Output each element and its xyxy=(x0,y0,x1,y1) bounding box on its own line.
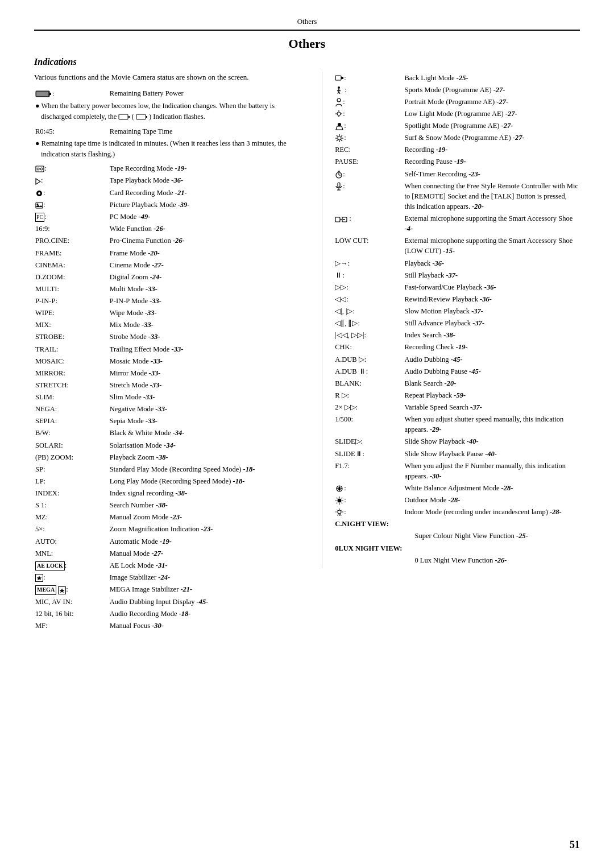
table-row: PRO.CINE: Pro-Cinema Function -26- xyxy=(34,235,305,247)
svg-rect-2 xyxy=(49,93,51,95)
desc-cell: Outdoor Mode -28- xyxy=(403,494,580,506)
right-items-table: : Back Light Mode -25- xyxy=(334,72,580,566)
symbol-cell xyxy=(334,530,403,542)
svg-line-70 xyxy=(342,510,343,511)
symbol-cell: R ▷: xyxy=(334,389,403,401)
symbol-cell: SOLARI: xyxy=(34,439,109,451)
desc-cell: Still Playback -37- xyxy=(403,269,580,281)
table-row: WIPE: Wipe Mode -33- xyxy=(34,307,305,319)
symbol-cell: LOW CUT: xyxy=(334,235,403,257)
desc-cell: Negative Mode -33- xyxy=(109,403,305,415)
symbol-cell: B/W: xyxy=(34,427,109,439)
svg-point-28 xyxy=(337,98,341,102)
bullet-cell: ● Remaining tape time is indicated in mi… xyxy=(34,137,305,163)
desc-cell: Super Colour Night View Function -25- xyxy=(403,530,580,542)
desc-cell: Trailing Effect Mode -33- xyxy=(109,343,305,355)
desc-cell: Slow Motion Playback -37- xyxy=(403,305,580,317)
table-row: : Back Light Mode -25- xyxy=(334,72,580,84)
desc-cell: Tape Playback Mode -36- xyxy=(109,175,305,187)
symbol-cell: : xyxy=(34,175,109,187)
page-header: Others xyxy=(34,17,580,31)
desc-cell: Remaining Tape Time xyxy=(109,125,305,137)
symbol-cell: TRAIL: xyxy=(34,343,109,355)
desc-cell: Fast-forward/Cue Playback -36- xyxy=(403,281,580,293)
table-row: AE LOCK: AE Lock Mode -31- xyxy=(34,559,305,572)
table-row: REC: Recording -19- xyxy=(334,144,580,156)
table-row: SP: Standard Play Mode (Recording Speed … xyxy=(34,463,305,475)
svg-marker-16 xyxy=(36,205,43,207)
symbol-cell: WIPE: xyxy=(34,307,109,319)
symbol-cell: : xyxy=(34,88,109,100)
table-row: : White Balance Adjustment Mode -28- xyxy=(334,482,580,494)
table-row: C.NIGHT VIEW: xyxy=(334,518,580,530)
desc-cell: Recording -19- xyxy=(403,144,580,156)
desc-cell: Automatic Mode -19- xyxy=(109,535,305,547)
symbol-cell: R0:45: xyxy=(34,125,109,137)
svg-rect-1 xyxy=(36,92,48,96)
table-row: A.DUB ▷: Audio Dubbing -45- xyxy=(334,353,580,365)
desc-cell: Search Number -38- xyxy=(109,499,305,511)
svg-rect-14 xyxy=(36,202,43,208)
table-row: TRAIL: Trailing Effect Mode -33- xyxy=(34,343,305,355)
table-row: MZ: Manual Zoom Mode -23- xyxy=(34,511,305,523)
symbol-cell: ⏸: xyxy=(334,269,403,281)
table-row: MIRROR: Mirror Mode -33- xyxy=(34,367,305,379)
desc-cell: PC Mode -49- xyxy=(109,210,305,223)
symbol-cell: PAUSE: xyxy=(334,156,403,168)
svg-line-73 xyxy=(338,514,338,516)
svg-line-66 xyxy=(337,503,337,503)
symbol-cell: (PB) ZOOM: xyxy=(34,451,109,463)
desc-cell: Pro-Cinema Function -26- xyxy=(109,235,305,247)
desc-cell: Recording Pause -19- xyxy=(403,156,580,168)
symbol-cell: P-IN-P: xyxy=(34,295,109,307)
symbol-cell: BLANK: xyxy=(334,377,403,389)
symbol-cell: : xyxy=(334,72,403,84)
table-row: ▷→: Playback -36- xyxy=(334,257,580,269)
svg-point-67 xyxy=(338,510,341,514)
desc-cell: Still Advance Playback -37- xyxy=(403,317,580,329)
symbol-cell: 1/500: xyxy=(334,414,403,436)
table-row: FRAME: Frame Mode -20- xyxy=(34,247,305,259)
table-row: : Picture Playback Mode -39- xyxy=(34,199,305,210)
svg-marker-17 xyxy=(37,576,42,581)
desc-cell: Slide Show Playback -40- xyxy=(403,436,580,448)
desc-cell: Mosaic Mode -33- xyxy=(109,355,305,367)
desc-cell: Manual Zoom Mode -23- xyxy=(109,511,305,523)
table-row: B/W: Black & White Mode -34- xyxy=(34,427,305,439)
desc-cell: Stretch Mode -33- xyxy=(109,379,305,391)
table-row: 2× ▷▷: Variable Speed Search -37- xyxy=(334,402,580,414)
svg-rect-52 xyxy=(335,217,340,222)
table-row: CINEMA: Cinema Mode -27- xyxy=(34,259,305,271)
symbol-cell: F1.7: xyxy=(334,460,403,482)
table-row: : When connecting the Free Style Remote … xyxy=(334,180,580,212)
symbol-cell: 12 bit, 16 bit: xyxy=(34,608,109,620)
table-row: R0:45: Remaining Tape Time xyxy=(34,125,305,137)
svg-point-15 xyxy=(37,203,39,205)
symbol-cell: 2× ▷▷: xyxy=(334,402,403,414)
desc-cell: Multi Mode -33- xyxy=(109,283,305,295)
table-row: BLANK: Blank Search -20- xyxy=(334,377,580,389)
table-row: |◁◁, ▷▷|: Index Search -38- xyxy=(334,329,580,341)
svg-rect-4 xyxy=(128,116,130,118)
table-row: MOSAIC: Mosaic Mode -33- xyxy=(34,355,305,367)
desc-cell: Remaining Battery Power xyxy=(109,88,305,100)
symbol-cell: : xyxy=(334,108,403,119)
desc-cell: Index Search -38- xyxy=(403,329,580,341)
desc-cell: Card Recording Mode -21- xyxy=(109,187,305,199)
symbol-cell: D.ZOOM: xyxy=(34,271,109,283)
symbol-cell: PRO.CINE: xyxy=(34,235,109,247)
desc-cell: Index signal recording -38- xyxy=(109,487,305,499)
symbol-cell: : xyxy=(334,132,403,144)
symbol-cell: A.DUB ⏸: xyxy=(334,365,403,377)
table-row: : Outdoor Mode -28- xyxy=(334,494,580,506)
table-row: SLIDE⏸: Slide Show Playback Pause -40- xyxy=(334,448,580,460)
symbol-cell: ◁‖, ‖▷: xyxy=(334,317,403,329)
svg-line-69 xyxy=(337,510,338,511)
table-row: SOLARI: Solarisation Mode -34- xyxy=(34,439,305,451)
desc-cell: White Balance Adjustment Mode -28- xyxy=(403,482,580,494)
table-row: : Tape Recording Mode -19- xyxy=(34,163,305,175)
symbol-cell: ◁|, |▷: xyxy=(334,305,403,317)
symbol-cell: STRETCH: xyxy=(34,379,109,391)
svg-rect-19 xyxy=(335,76,341,80)
table-row: ⏸: Still Playback -37- xyxy=(334,269,580,281)
